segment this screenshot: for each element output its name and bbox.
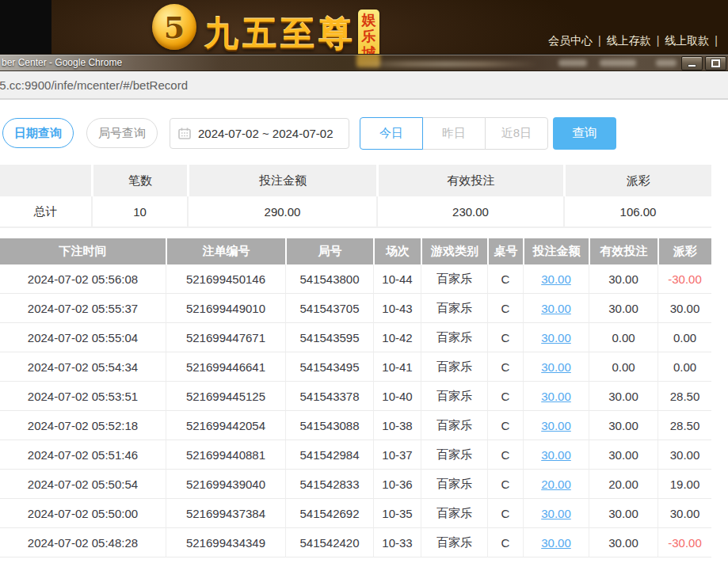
cell-round-id: 541543378 xyxy=(285,382,373,411)
cell-round-id: 541542692 xyxy=(285,499,373,528)
tab-date-query[interactable]: 日期查询 xyxy=(2,118,74,148)
cell-time: 2024-07-02 05:50:54 xyxy=(0,470,166,499)
site-logo-title: 九五至尊 xyxy=(204,11,356,54)
cell-bet-amount[interactable]: 30.00 xyxy=(523,382,589,411)
cell-order-id: 521699450146 xyxy=(166,264,285,294)
minimize-button[interactable] xyxy=(681,56,703,70)
cell-valid-bet: 30.00 xyxy=(589,294,657,323)
bet-table-header-row: 下注时间 注单编号 局号 场次 游戏类别 桌号 投注金额 有效投注 派彩 xyxy=(0,238,711,264)
cell-valid-bet: 30.00 xyxy=(589,440,657,470)
cell-round-id: 541543088 xyxy=(285,411,373,440)
cell-bet-amount[interactable]: 30.00 xyxy=(523,352,589,382)
site-header: 5 九五至尊 娱 乐 城 会员中心|线上存款|线上取款| xyxy=(0,0,728,54)
cell-order-id: 521699434349 xyxy=(166,528,285,557)
nav-link-deposit[interactable]: 线上存款 xyxy=(607,34,651,47)
table-row: 2024-07-02 05:55:04521699447671541543595… xyxy=(0,323,711,352)
cell-payout: -30.00 xyxy=(657,264,711,294)
cell-time: 2024-07-02 05:55:37 xyxy=(0,294,166,323)
cell-valid-bet: 0.00 xyxy=(589,352,657,382)
table-row: 2024-07-02 05:55:37521699449010541543705… xyxy=(0,294,711,323)
cell-time: 2024-07-02 05:50:00 xyxy=(0,499,166,528)
cell-table-id: C xyxy=(487,323,523,352)
cell-round-id: 541542420 xyxy=(285,528,373,557)
blurred-swirl-decoration xyxy=(353,61,539,67)
header-session: 场次 xyxy=(373,238,421,264)
cell-valid-bet: 30.00 xyxy=(589,382,657,411)
bet-record-table: 下注时间 注单编号 局号 场次 游戏类别 桌号 投注金额 有效投注 派彩 202… xyxy=(0,238,711,557)
minimize-icon xyxy=(688,64,696,67)
cell-round-id: 541542833 xyxy=(285,470,373,499)
cell-order-id: 521699440881 xyxy=(166,440,285,470)
date-range-picker[interactable]: 2024-07-02 ~ 2024-07-02 xyxy=(170,118,349,149)
nav-link-withdraw[interactable]: 线上取款 xyxy=(665,34,709,47)
header-table-id: 桌号 xyxy=(487,238,523,264)
summary-total-row: 总计 10 290.00 230.00 106.00 xyxy=(0,196,711,228)
cell-game-type: 百家乐 xyxy=(421,440,487,470)
header-nav: 会员中心|线上存款|线上取款| xyxy=(548,34,723,48)
maximize-button[interactable] xyxy=(705,56,726,70)
cell-session: 10-35 xyxy=(373,499,421,528)
cell-time: 2024-07-02 05:55:04 xyxy=(0,323,166,352)
header-payout: 派彩 xyxy=(657,238,711,264)
cell-table-id: C xyxy=(487,528,523,557)
cell-time: 2024-07-02 05:52:18 xyxy=(0,411,166,440)
cell-bet-amount[interactable]: 30.00 xyxy=(523,264,589,294)
cell-bet-amount[interactable]: 30.00 xyxy=(523,499,589,528)
cell-bet-amount[interactable]: 20.00 xyxy=(523,470,589,499)
summary-header-row: 笔数 投注金额 有效投注 派彩 xyxy=(0,165,711,196)
cell-payout: 28.50 xyxy=(657,382,711,411)
table-row: 2024-07-02 05:51:46521699440881541542984… xyxy=(0,440,711,470)
cell-bet-amount[interactable]: 30.00 xyxy=(523,440,589,470)
cell-bet-amount[interactable]: 30.00 xyxy=(523,411,589,440)
badge-char: 娱 xyxy=(362,12,376,29)
maximize-icon xyxy=(711,59,720,67)
cell-bet-amount[interactable]: 30.00 xyxy=(523,323,589,352)
summary-header-bet-amount: 投注金额 xyxy=(187,165,376,196)
cell-game-type: 百家乐 xyxy=(421,294,487,323)
cell-valid-bet: 20.00 xyxy=(589,470,657,499)
cell-valid-bet: 30.00 xyxy=(589,264,657,294)
search-button[interactable]: 查询 xyxy=(553,117,616,150)
cell-table-id: C xyxy=(487,352,523,382)
today-button[interactable]: 今日 xyxy=(360,117,423,150)
window-title: ber Center - Google Chrome xyxy=(2,57,122,68)
cell-bet-amount[interactable]: 30.00 xyxy=(523,528,589,557)
table-row: 2024-07-02 05:54:34521699446641541543495… xyxy=(0,352,711,382)
cell-round-id: 541543495 xyxy=(285,352,373,382)
cell-order-id: 521699449010 xyxy=(166,294,285,323)
cell-table-id: C xyxy=(487,264,523,294)
header-game-type: 游戏类别 xyxy=(421,238,487,264)
tab-round-query[interactable]: 局号查询 xyxy=(86,118,158,148)
summary-total-bet-amount: 290.00 xyxy=(187,196,376,228)
cell-bet-amount[interactable]: 30.00 xyxy=(523,294,589,323)
cell-table-id: C xyxy=(487,440,523,470)
cell-game-type: 百家乐 xyxy=(421,323,487,352)
cell-time: 2024-07-02 05:54:34 xyxy=(0,352,166,382)
cell-payout: 30.00 xyxy=(657,440,711,470)
blurred-decoration xyxy=(558,59,587,67)
cell-session: 10-33 xyxy=(373,528,421,557)
last-8-days-button[interactable]: 近8日 xyxy=(485,117,548,150)
cell-session: 10-41 xyxy=(373,352,421,382)
address-bar[interactable]: 05.cc:9900/infe/mcenter/#/betRecord xyxy=(0,71,728,100)
summary-header-valid-bet: 有效投注 xyxy=(376,165,563,196)
cell-table-id: C xyxy=(487,294,523,323)
cell-payout: 30.00 xyxy=(657,294,711,323)
header-bet-amount: 投注金额 xyxy=(523,238,589,264)
cell-payout: 28.50 xyxy=(657,411,711,440)
nav-link-member-center[interactable]: 会员中心 xyxy=(548,34,593,47)
cell-order-id: 521699442054 xyxy=(166,411,285,440)
yesterday-button[interactable]: 昨日 xyxy=(422,117,486,150)
table-row: 2024-07-02 05:53:51521699445125541543378… xyxy=(0,382,711,411)
cell-table-id: C xyxy=(487,382,523,411)
cell-valid-bet: 0.00 xyxy=(589,323,657,352)
quick-range-group: 今日 昨日 近8日 xyxy=(360,117,548,150)
nav-separator: | xyxy=(715,34,718,47)
cell-payout: 0.00 xyxy=(657,323,711,352)
nav-separator: | xyxy=(657,34,660,47)
calendar-icon xyxy=(178,127,191,139)
cell-order-id: 521699439040 xyxy=(166,470,285,499)
cell-valid-bet: 30.00 xyxy=(589,528,657,557)
cell-payout: 0.00 xyxy=(657,352,711,382)
cell-valid-bet: 30.00 xyxy=(589,411,657,440)
